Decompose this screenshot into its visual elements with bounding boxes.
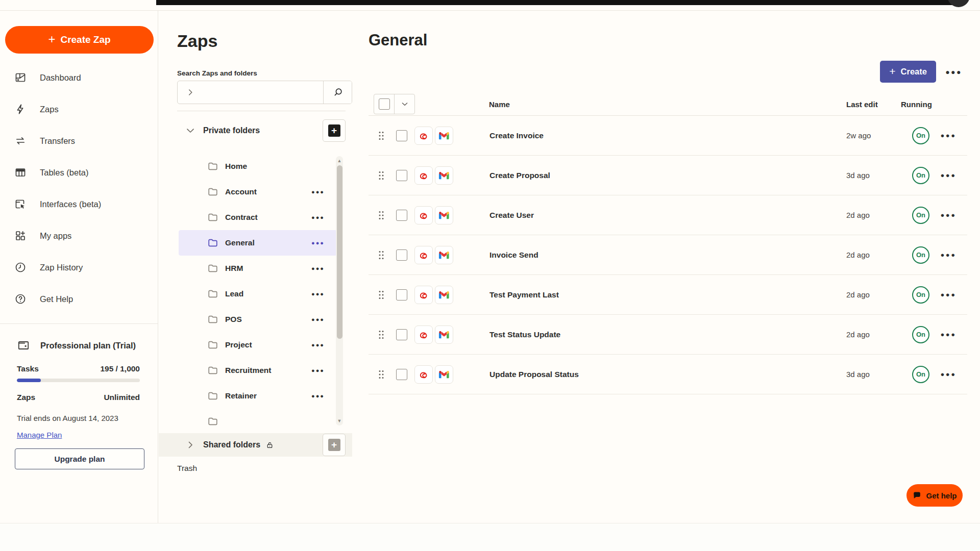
chevron-down-icon[interactable] bbox=[184, 124, 197, 137]
drag-handle-icon[interactable] bbox=[378, 131, 385, 141]
sidebar-item-zaps[interactable]: Zaps bbox=[0, 93, 158, 125]
folder-menu-kebab-icon[interactable]: ●●● bbox=[311, 189, 325, 195]
folder-row[interactable]: POS ●●● bbox=[179, 307, 337, 332]
folder-menu-kebab-icon[interactable]: ●●● bbox=[311, 367, 325, 373]
row-checkbox[interactable] bbox=[396, 210, 407, 221]
folder-row[interactable] bbox=[179, 409, 337, 425]
scroll-down-icon[interactable]: ▼ bbox=[336, 417, 343, 424]
nav-label: Transfers bbox=[40, 136, 75, 146]
user-avatar[interactable] bbox=[947, 0, 970, 7]
folder-menu-kebab-icon[interactable]: ●●● bbox=[311, 393, 325, 399]
sidebar-item-interfaces[interactable]: Interfaces (beta) bbox=[0, 188, 158, 220]
plus-icon: + bbox=[889, 65, 895, 78]
folder-icon bbox=[207, 237, 218, 248]
search-input[interactable] bbox=[196, 81, 323, 104]
zap-menu-kebab-icon[interactable]: ●●● bbox=[929, 291, 967, 298]
top-bar bbox=[156, 0, 963, 5]
add-shared-folder-button[interactable]: + bbox=[323, 434, 346, 456]
folder-menu-kebab-icon[interactable]: ●●● bbox=[311, 291, 325, 297]
drag-handle-icon[interactable] bbox=[378, 290, 385, 300]
folder-menu-kebab-icon[interactable]: ●●● bbox=[311, 265, 325, 271]
zap-menu-kebab-icon[interactable]: ●●● bbox=[929, 251, 967, 259]
folder-row[interactable]: Lead ●●● bbox=[179, 281, 337, 307]
tasks-label: Tasks bbox=[17, 364, 39, 373]
scroll-up-icon[interactable]: ▲ bbox=[336, 157, 343, 164]
drag-handle-icon[interactable] bbox=[378, 210, 385, 220]
zap-name-link[interactable]: Test Status Update bbox=[489, 330, 846, 339]
zap-bolt-icon bbox=[14, 103, 27, 115]
select-all-checkbox[interactable] bbox=[379, 98, 390, 110]
zap-name-link[interactable]: Create User bbox=[489, 211, 846, 220]
row-checkbox[interactable] bbox=[396, 289, 407, 300]
trash-link[interactable]: Trash bbox=[177, 464, 208, 473]
folder-label: Lead bbox=[225, 289, 311, 298]
folder-more-kebab-icon[interactable]: ●●● bbox=[944, 66, 963, 78]
folder-label: POS bbox=[225, 315, 311, 324]
running-toggle[interactable]: On bbox=[901, 328, 929, 341]
drag-handle-icon[interactable] bbox=[378, 369, 385, 380]
folder-row[interactable]: Recruitment ●●● bbox=[179, 358, 337, 383]
column-header-last-edit: Last edit bbox=[846, 100, 901, 109]
folder-label: General bbox=[225, 238, 311, 247]
running-toggle[interactable]: On bbox=[901, 169, 929, 182]
folder-row[interactable]: Home bbox=[179, 154, 337, 179]
folder-row[interactable]: General ●●● bbox=[179, 230, 337, 256]
scrollbar-thumb[interactable] bbox=[337, 165, 342, 339]
add-private-folder-button[interactable]: + bbox=[323, 119, 346, 142]
folder-icon bbox=[207, 212, 218, 223]
create-button[interactable]: + Create bbox=[880, 61, 936, 83]
toggle-knob: On bbox=[912, 246, 929, 264]
sidebar-item-transfers[interactable]: Transfers bbox=[0, 125, 158, 157]
running-toggle[interactable]: On bbox=[901, 129, 929, 142]
drag-handle-icon[interactable] bbox=[378, 330, 385, 340]
folder-icon bbox=[207, 263, 218, 274]
zap-menu-kebab-icon[interactable]: ●●● bbox=[929, 211, 967, 219]
row-checkbox[interactable] bbox=[396, 130, 407, 141]
chevron-right-icon[interactable] bbox=[184, 439, 197, 451]
running-toggle[interactable]: On bbox=[901, 248, 929, 262]
folder-menu-kebab-icon[interactable]: ●●● bbox=[311, 316, 325, 322]
zap-name-link[interactable]: Create Invoice bbox=[489, 131, 846, 140]
select-menu-chevron-cell[interactable] bbox=[394, 94, 414, 114]
get-help-fab[interactable]: Get help bbox=[906, 484, 963, 507]
zap-menu-kebab-icon[interactable]: ●●● bbox=[929, 132, 967, 139]
folder-menu-kebab-icon[interactable]: ●●● bbox=[311, 214, 325, 220]
zap-row: Test Status Update 2d ago On ●●● bbox=[369, 315, 967, 355]
row-checkbox[interactable] bbox=[396, 329, 407, 340]
zap-name-link[interactable]: Invoice Send bbox=[489, 251, 846, 260]
create-zap-button[interactable]: + Create Zap bbox=[5, 26, 154, 54]
drag-handle-icon[interactable] bbox=[378, 170, 385, 181]
select-all-checkbox-cell[interactable] bbox=[374, 94, 394, 114]
row-checkbox[interactable] bbox=[396, 170, 407, 181]
zap-menu-kebab-icon[interactable]: ●●● bbox=[929, 171, 967, 179]
folder-row[interactable]: Contract ●●● bbox=[179, 205, 337, 230]
zap-name-link[interactable]: Update Proposal Status bbox=[489, 370, 846, 379]
sidebar-item-dashboard[interactable]: Dashboard bbox=[0, 62, 158, 93]
manage-plan-link[interactable]: Manage Plan bbox=[17, 431, 62, 439]
toggle-knob: On bbox=[912, 167, 929, 184]
folder-row[interactable]: HRM ●●● bbox=[179, 256, 337, 281]
sidebar-item-zap-history[interactable]: Zap History bbox=[0, 252, 158, 283]
running-toggle[interactable]: On bbox=[901, 209, 929, 222]
gmail-icon bbox=[435, 127, 453, 145]
upgrade-plan-button[interactable]: Upgrade plan bbox=[15, 448, 144, 469]
row-checkbox[interactable] bbox=[396, 249, 407, 261]
zap-menu-kebab-icon[interactable]: ●●● bbox=[929, 370, 967, 378]
zap-name-link[interactable]: Create Proposal bbox=[489, 171, 846, 180]
row-checkbox[interactable] bbox=[396, 369, 407, 380]
folder-menu-kebab-icon[interactable]: ●●● bbox=[311, 240, 325, 246]
running-toggle[interactable]: On bbox=[901, 288, 929, 302]
folder-row[interactable]: Retainer ●●● bbox=[179, 383, 337, 409]
sidebar-item-get-help[interactable]: Get Help bbox=[0, 283, 158, 315]
folder-row[interactable]: Account ●●● bbox=[179, 179, 337, 205]
folder-scrollbar[interactable]: ▲ ▼ bbox=[336, 156, 343, 425]
folder-menu-kebab-icon[interactable]: ●●● bbox=[311, 342, 325, 348]
drag-handle-icon[interactable] bbox=[378, 250, 385, 260]
search-button[interactable] bbox=[323, 81, 352, 104]
sidebar-item-tables[interactable]: Tables (beta) bbox=[0, 157, 158, 188]
running-toggle[interactable]: On bbox=[901, 368, 929, 381]
zap-name-link[interactable]: Test Payment Last bbox=[489, 290, 846, 299]
sidebar-item-my-apps[interactable]: My apps bbox=[0, 220, 158, 252]
folder-row[interactable]: Project ●●● bbox=[179, 332, 337, 358]
zap-menu-kebab-icon[interactable]: ●●● bbox=[929, 331, 967, 338]
